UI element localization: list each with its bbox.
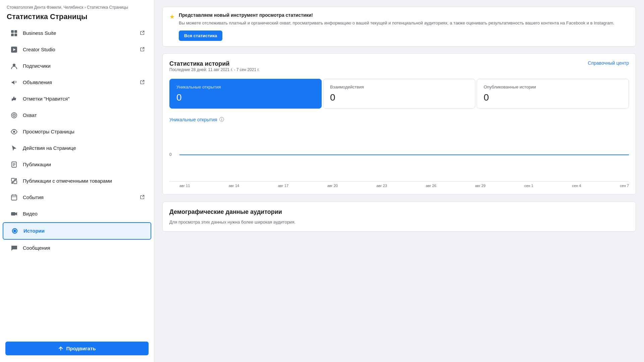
svg-rect-3 [14,34,17,36]
external-link-icon-4 [140,195,145,200]
sidebar-item-page-views[interactable]: Просмотры Страницы [3,124,151,140]
interactions-card[interactable]: Взаимодействия 0 [323,79,475,109]
svg-rect-0 [11,30,14,33]
sidebar-item-page-actions[interactable]: Действия на Странице [3,140,151,156]
unique-opens-card[interactable]: Уникальные открытия 0 [169,79,322,109]
svg-point-10 [14,115,15,116]
svg-point-6 [13,64,15,66]
x-label-1: авг 14 [229,184,239,188]
demographics-note: Для просмотра этих данных нужна более ши… [169,220,629,225]
sidebar: Стоматология Дента Фэмили, Челябинск › С… [0,0,154,362]
calendar-icon [9,193,19,202]
stories-icon [10,226,19,236]
stories-section-header: Статистика историй Последние 28 дней: 11… [169,60,629,77]
main-content: ★ Представляем новый инструмент просмотр… [154,0,644,362]
all-stats-button[interactable]: Вся статистика [179,31,222,41]
svg-rect-18 [11,182,13,184]
banner-body: Представляем новый инструмент просмотра … [179,12,614,41]
sidebar-item-reach[interactable]: Охват [3,107,151,123]
eye-icon [9,127,19,136]
sidebar-item-stories[interactable]: Истории [3,222,151,240]
svg-rect-24 [11,212,15,216]
document-icon [9,160,19,169]
sidebar-item-business-suite[interactable]: Business Suite [3,25,151,41]
interactions-value: 0 [330,92,468,103]
x-label-8: сен 4 [572,184,581,188]
x-label-6: авг 29 [475,184,485,188]
stories-stats-section: Статистика историй Последние 28 дней: 11… [162,53,636,195]
svg-point-26 [13,230,16,232]
x-label-9: сен 7 [620,184,629,188]
thumbs-up-icon [9,94,19,104]
sidebar-item-video[interactable]: Видео [3,206,151,222]
svg-rect-19 [15,178,17,180]
svg-rect-20 [11,195,17,200]
sidebar-item-ads[interactable]: Объявления [3,74,151,90]
x-label-0: авг 11 [179,184,190,188]
banner-title: Представляем новый инструмент просмотра … [179,12,614,18]
svg-rect-1 [14,30,17,33]
chart-area: 0 [169,128,629,182]
stats-cards: Уникальные открытия 0 Взаимодействия 0 О… [169,79,629,109]
megaphone-icon [9,78,19,87]
nav-items: Business Suite Creator Studio [0,25,154,338]
grid-icon [9,28,19,38]
play-icon [9,45,19,54]
sidebar-item-likes[interactable]: Отметки "Нравится" [3,91,151,107]
chart-x-labels: авг 11 авг 14 авг 17 авг 20 авг 23 авг 2… [169,182,629,188]
chart-zero-label: 0 [169,152,172,157]
promote-button[interactable]: Продвигать [5,342,149,355]
sidebar-item-events[interactable]: События [3,189,151,205]
sidebar-item-subscribers[interactable]: Подписчики [3,58,151,74]
x-label-2: авг 17 [278,184,288,188]
published-stories-label: Опубликованные истории [484,84,622,89]
unique-opens-label: Уникальные открытия [176,84,315,89]
external-link-icon-3 [140,80,145,85]
video-icon [9,209,19,219]
x-label-4: авг 23 [377,184,387,188]
person-icon [9,61,19,71]
sidebar-item-messages[interactable]: Сообщения [3,240,151,256]
tag-icon [9,176,19,186]
demographics-section: Демографические данные аудитории Для про… [162,201,636,232]
x-label-5: авг 26 [426,184,436,188]
star-icon: ★ [169,13,175,20]
new-stats-banner: ★ Представляем новый инструмент просмотр… [162,7,636,47]
external-link-icon [140,31,145,36]
chat-icon [9,243,19,253]
stories-section-title: Статистика историй [169,60,260,67]
unique-opens-value: 0 [176,92,315,103]
interactions-label: Взаимодействия [330,84,468,89]
svg-rect-2 [11,34,14,36]
banner-description: Вы можете отслеживать платный и органиче… [179,20,614,26]
sidebar-item-tagged-posts[interactable]: Публикации с отмеченными товарами [3,173,151,189]
promote-icon [58,346,63,351]
external-link-icon-2 [140,47,145,52]
target-icon [9,111,19,120]
chart-baseline [179,155,629,155]
sidebar-item-creator-studio[interactable]: Creator Studio [3,42,151,58]
sidebar-item-posts[interactable]: Публикации [3,157,151,173]
svg-rect-7 [12,99,13,101]
info-icon: ⓘ [219,117,224,123]
published-stories-value: 0 [484,92,622,103]
stories-section-subtitle: Последние 28 дней: 11 авг 2021 г. - 7 се… [169,67,260,72]
svg-point-11 [13,131,15,133]
cursor-icon [9,143,19,153]
page-title: Статистика Страницы [7,12,147,22]
x-label-3: авг 20 [327,184,338,188]
breadcrumb: Стоматология Дента Фэмили, Челябинск › С… [0,0,154,25]
demographics-title: Демографические данные аудитории [169,208,629,216]
x-label-7: сен 1 [524,184,533,188]
published-stories-card[interactable]: Опубликованные истории 0 [477,79,629,109]
chart-metric-title[interactable]: Уникальные открытия ⓘ [169,117,629,123]
help-center-link[interactable]: Справочный центр [588,60,629,66]
